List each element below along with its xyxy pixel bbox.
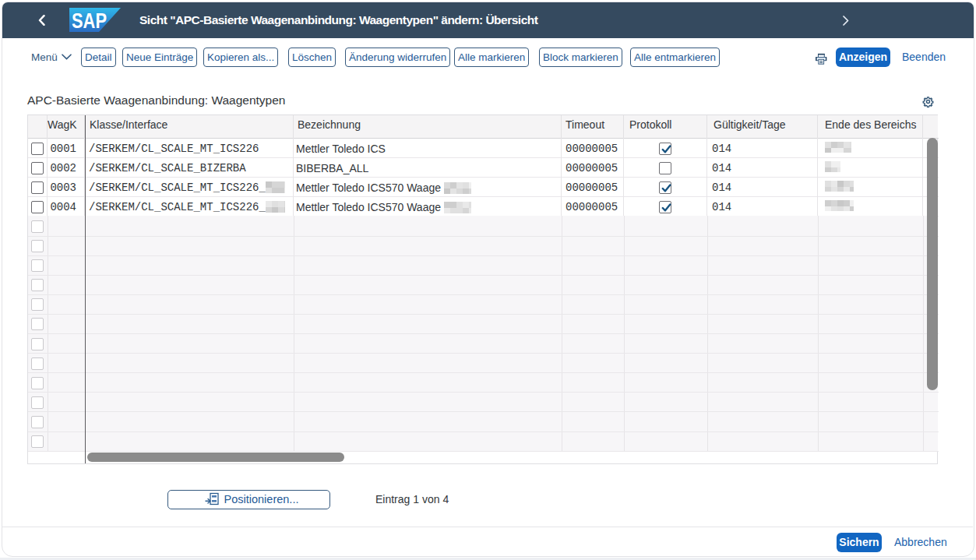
svg-text:SAP: SAP	[72, 9, 107, 32]
